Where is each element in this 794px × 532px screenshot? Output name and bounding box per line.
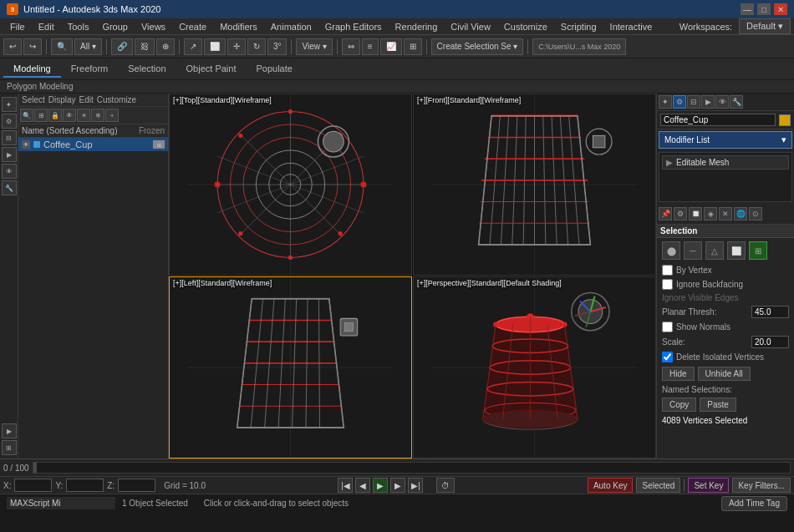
hierarchy-tab-icon[interactable]: ⊟	[687, 95, 700, 109]
mini-toggle-icon[interactable]: ▶	[2, 423, 17, 438]
copy-button[interactable]: Copy	[662, 398, 696, 412]
modify-icon[interactable]: ⚙	[2, 114, 17, 129]
menu-interactive[interactable]: Interactive	[603, 20, 659, 33]
viewport-layout-icon[interactable]: ⊞	[2, 440, 17, 455]
ribbon-tab-modeling[interactable]: Modeling	[3, 61, 61, 78]
utilities-tab-icon[interactable]: 🔧	[730, 95, 743, 109]
object-color-swatch[interactable]	[779, 114, 791, 126]
window-controls[interactable]: — □ ✕	[741, 3, 787, 15]
key-filters-button[interactable]: Key Filters...	[732, 478, 791, 493]
unhide-all-button[interactable]: Unhide All	[698, 367, 751, 381]
ribbon-tab-object-paint[interactable]: Object Paint	[176, 61, 247, 78]
unlink-button[interactable]: ⛓	[135, 38, 155, 55]
curve-editor-button[interactable]: 📈	[380, 38, 402, 55]
bind-button[interactable]: ⊕	[156, 38, 175, 55]
undo-button[interactable]: ↩	[3, 38, 22, 55]
reference-dropdown[interactable]: View ▾	[296, 38, 332, 55]
ribbon-tab-selection[interactable]: Selection	[118, 61, 176, 78]
ignore-backfacing-checkbox[interactable]	[662, 279, 673, 290]
x-input[interactable]	[14, 479, 52, 492]
z-input[interactable]	[118, 479, 155, 492]
create-selection-button[interactable]: Create Selection Se ▾	[431, 38, 524, 55]
select-by-name-button[interactable]: 🔍	[51, 38, 73, 55]
auto-key-button[interactable]: Auto Key	[588, 478, 634, 493]
menu-civil-view[interactable]: Civil View	[444, 20, 496, 33]
scale-button[interactable]: 3°	[267, 38, 288, 55]
ribbon-tab-populate[interactable]: Populate	[246, 61, 302, 78]
scene-tool-lock[interactable]: 🔒	[48, 109, 62, 122]
scene-tool-filter[interactable]: ⊞	[34, 109, 48, 122]
face-select-btn[interactable]: △	[705, 241, 724, 260]
edge-select-btn[interactable]: ─	[684, 241, 702, 260]
selected-button[interactable]: Selected	[636, 478, 680, 493]
scene-tool-freeze[interactable]: ❄	[91, 109, 104, 122]
mirror-button[interactable]: ⇔	[342, 38, 360, 55]
menu-modifiers[interactable]: Modifiers	[213, 20, 264, 33]
viewport-top[interactable]: [+][Top][Standard][Wireframe]	[169, 94, 412, 276]
move-button[interactable]: ✛	[227, 38, 246, 55]
ribbon-tab-freeform[interactable]: Freeform	[61, 61, 119, 78]
delete-isolated-checkbox[interactable]	[662, 352, 673, 362]
go-to-end-btn[interactable]: ▶|	[408, 478, 423, 493]
set-key-button[interactable]: Set Key	[688, 478, 729, 493]
go-to-start-btn[interactable]: |◀	[338, 478, 353, 493]
layer-button[interactable]: ⊞	[404, 38, 422, 55]
rotate-button[interactable]: ↻	[247, 38, 266, 55]
modifier-item-editable-mesh[interactable]: ▶ Editable Mesh	[662, 155, 789, 170]
scene-tool-search[interactable]: 🔍	[20, 109, 33, 122]
modifier-list-dropdown[interactable]: Modifier List ▾	[659, 131, 792, 149]
menu-animation[interactable]: Animation	[264, 20, 318, 33]
hide-button[interactable]: Hide	[662, 367, 695, 381]
align-button[interactable]: ≡	[362, 38, 379, 55]
workspaces-dropdown[interactable]: Default ▾	[739, 18, 791, 34]
by-vertex-checkbox[interactable]	[662, 265, 673, 276]
motion-icon[interactable]: ▶	[2, 147, 17, 162]
menu-views[interactable]: Views	[135, 20, 172, 33]
menu-file[interactable]: File	[3, 20, 32, 33]
add-time-tag-button[interactable]: Add Time Tag	[721, 496, 787, 511]
create-tab-icon[interactable]: ✦	[659, 95, 672, 109]
display-tab-icon[interactable]: 👁	[715, 95, 729, 109]
select-all-dropdown[interactable]: All ▾	[74, 38, 102, 55]
scene-customize-btn[interactable]: Customize	[97, 95, 136, 104]
prev-frame-btn[interactable]: ◀	[355, 478, 370, 493]
menu-scripting[interactable]: Scripting	[554, 20, 603, 33]
utilities-icon[interactable]: 🔧	[2, 180, 17, 195]
maximize-button[interactable]: □	[757, 3, 771, 15]
menu-create[interactable]: Create	[172, 20, 213, 33]
menu-graph-editors[interactable]: Graph Editors	[318, 20, 389, 33]
play-btn[interactable]: ▶	[373, 478, 388, 493]
motion-tab-icon[interactable]: ▶	[701, 95, 715, 109]
display-icon[interactable]: 👁	[2, 164, 17, 179]
select-region-button[interactable]: ⬜	[204, 38, 226, 55]
modify-tab-icon[interactable]: ⚙	[673, 95, 686, 109]
menu-edit[interactable]: Edit	[32, 20, 61, 33]
y-input[interactable]	[66, 479, 104, 492]
redo-button[interactable]: ↪	[23, 38, 42, 55]
make-unique-icon[interactable]: ◈	[704, 207, 717, 220]
scene-select-btn[interactable]: Select	[22, 95, 45, 104]
show-normals-checkbox[interactable]	[662, 322, 673, 332]
scene-tool-vis[interactable]: 👁	[63, 109, 76, 122]
hierarchy-icon[interactable]: ⊟	[2, 130, 17, 145]
menu-tools[interactable]: Tools	[61, 20, 96, 33]
next-frame-btn[interactable]: ▶	[390, 478, 405, 493]
scene-edit-btn[interactable]: Edit	[79, 95, 94, 104]
show-end-result-icon[interactable]: 🔲	[689, 207, 702, 220]
remove-modifier-icon[interactable]: ✕	[719, 207, 732, 220]
select-button[interactable]: ↗	[184, 38, 202, 55]
polygon-select-btn[interactable]: ⬜	[727, 241, 746, 260]
viewport-front[interactable]: [+][Front][Standard][Wireframe]	[413, 94, 656, 276]
world-space-icon[interactable]: 🌐	[734, 207, 747, 220]
timeline[interactable]	[33, 462, 791, 474]
configure-icon[interactable]: ⚙	[674, 207, 687, 220]
viewport-perspective[interactable]: [+][Perspective][Standard][Default Shadi…	[413, 276, 656, 459]
scale-input[interactable]	[751, 336, 789, 348]
vertex-select-btn[interactable]: ⬤	[662, 241, 680, 260]
scene-item-coffee-cup[interactable]: 👁 Coffee_Cup ⊞	[18, 138, 168, 151]
menu-customize[interactable]: Customize	[497, 20, 554, 33]
pin-icon[interactable]: 📌	[659, 207, 672, 220]
scene-tool-render[interactable]: ☀	[77, 109, 90, 122]
scene-display-btn[interactable]: Display	[48, 95, 76, 104]
minimize-button[interactable]: —	[741, 3, 754, 15]
